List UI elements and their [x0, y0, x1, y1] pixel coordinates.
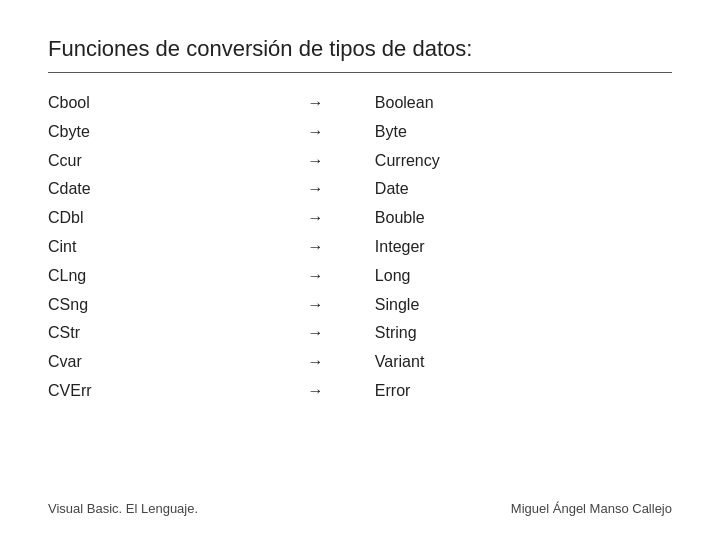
type-cell: Currency: [375, 147, 672, 176]
table-row: CVErr→Error: [48, 377, 672, 406]
type-cell: Bouble: [375, 204, 672, 233]
arrow-cell: →: [256, 175, 375, 204]
arrow-cell: →: [256, 291, 375, 320]
table-row: Cint→Integer: [48, 233, 672, 262]
func-cell: Cvar: [48, 348, 256, 377]
footer-right: Miguel Ángel Manso Callejo: [511, 501, 672, 516]
arrow-cell: →: [256, 118, 375, 147]
arrow-cell: →: [256, 204, 375, 233]
arrow-cell: →: [256, 147, 375, 176]
type-cell: Variant: [375, 348, 672, 377]
table-row: Ccur→Currency: [48, 147, 672, 176]
func-cell: Cbyte: [48, 118, 256, 147]
type-cell: String: [375, 319, 672, 348]
page: Funciones de conversión de tipos de dato…: [0, 0, 720, 540]
func-cell: Cint: [48, 233, 256, 262]
arrow-cell: →: [256, 89, 375, 118]
func-cell: CDbl: [48, 204, 256, 233]
table-row: CDbl→Bouble: [48, 204, 672, 233]
table-row: CStr→String: [48, 319, 672, 348]
func-cell: CStr: [48, 319, 256, 348]
arrow-cell: →: [256, 319, 375, 348]
footer-left: Visual Basic. El Lenguaje.: [48, 501, 198, 516]
table-row: Cbyte→Byte: [48, 118, 672, 147]
func-cell: CLng: [48, 262, 256, 291]
table-row: CLng→Long: [48, 262, 672, 291]
table-row: Cdate→Date: [48, 175, 672, 204]
type-cell: Date: [375, 175, 672, 204]
arrow-cell: →: [256, 348, 375, 377]
arrow-cell: →: [256, 233, 375, 262]
func-cell: Ccur: [48, 147, 256, 176]
type-cell: Boolean: [375, 89, 672, 118]
table-row: Cbool→Boolean: [48, 89, 672, 118]
type-cell: Long: [375, 262, 672, 291]
type-cell: Error: [375, 377, 672, 406]
arrow-cell: →: [256, 377, 375, 406]
table-row: CSng→Single: [48, 291, 672, 320]
table-row: Cvar→Variant: [48, 348, 672, 377]
func-cell: Cdate: [48, 175, 256, 204]
page-title: Funciones de conversión de tipos de dato…: [48, 36, 672, 62]
func-cell: CSng: [48, 291, 256, 320]
type-cell: Single: [375, 291, 672, 320]
conversion-table: Cbool→BooleanCbyte→ByteCcur→CurrencyCdat…: [48, 89, 672, 406]
type-cell: Integer: [375, 233, 672, 262]
divider: [48, 72, 672, 73]
arrow-cell: →: [256, 262, 375, 291]
func-cell: Cbool: [48, 89, 256, 118]
type-cell: Byte: [375, 118, 672, 147]
func-cell: CVErr: [48, 377, 256, 406]
footer: Visual Basic. El Lenguaje. Miguel Ángel …: [48, 501, 672, 516]
